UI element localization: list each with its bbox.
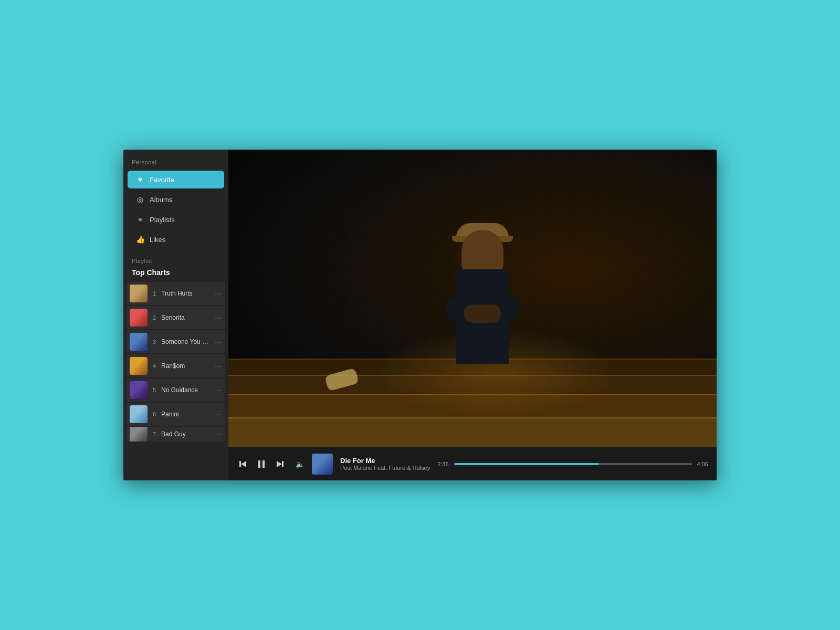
- progress-section: 2:36 4:06: [437, 461, 708, 467]
- track-item-2[interactable]: 2 Senorita ···: [127, 306, 225, 329]
- prev-button[interactable]: [237, 458, 249, 470]
- track-name-5: No Guidance: [161, 386, 209, 394]
- track-more-6[interactable]: ···: [214, 410, 222, 418]
- albums-icon: ◎: [136, 195, 144, 204]
- main-content: 🔈 Die For Me Post Malone Feat. Future & …: [228, 150, 717, 480]
- track-more-2[interactable]: ···: [214, 313, 222, 322]
- svg-marker-4: [277, 461, 282, 467]
- track-number-7: 7: [152, 431, 157, 437]
- video-canvas: [228, 150, 717, 447]
- track-name-1: Truth Hurts: [161, 290, 209, 297]
- sidebar-item-favorite-label: Favorite: [150, 176, 174, 184]
- track-name-7: Bad Guy: [161, 430, 209, 438]
- sidebar-item-favorite[interactable]: ♥ Favorite: [128, 171, 224, 188]
- track-thumb-3: [130, 333, 148, 351]
- current-time: 2:36: [437, 461, 448, 467]
- stair-3: [228, 375, 717, 394]
- track-info: Die For Me Post Malone Feat. Future & Ha…: [340, 457, 430, 471]
- stair-2: [228, 394, 717, 417]
- track-item-1[interactable]: 1 Truth Hurts ···: [127, 282, 225, 305]
- track-more-4[interactable]: ···: [214, 362, 222, 370]
- figure-hands: [464, 304, 501, 323]
- track-item-5[interactable]: 5 No Guidance ···: [127, 379, 225, 402]
- svg-rect-1: [239, 461, 241, 467]
- track-more-1[interactable]: ···: [214, 289, 222, 298]
- next-button[interactable]: [274, 458, 286, 470]
- video-area: [228, 150, 717, 447]
- progress-bar[interactable]: [454, 463, 692, 465]
- track-more-5[interactable]: ···: [214, 386, 222, 394]
- track-thumb-4: [130, 357, 148, 375]
- heart-icon: ♥: [136, 175, 144, 184]
- track-list: 1 Truth Hurts ··· 2 Senorita ··· 3 Someo…: [123, 282, 228, 442]
- playlists-icon: ≡: [136, 215, 144, 224]
- player-controls: [237, 457, 286, 471]
- svg-rect-2: [258, 460, 260, 468]
- total-time: 4:06: [697, 461, 708, 467]
- volume-icon[interactable]: 🔈: [296, 460, 304, 468]
- track-more-7[interactable]: ···: [214, 430, 222, 438]
- track-name-3: Someone You L...: [161, 338, 209, 345]
- sidebar-item-playlists-label: Playlists: [150, 216, 175, 224]
- svg-rect-5: [282, 461, 284, 467]
- now-playing-name: Die For Me: [340, 457, 430, 465]
- track-item-7[interactable]: 7 Bad Guy ···: [127, 427, 225, 442]
- app-window: Personal ♥ Favorite ◎ Albums ≡ Playlists…: [123, 150, 717, 480]
- svg-marker-0: [241, 461, 246, 467]
- figure: [440, 227, 524, 364]
- track-item-4[interactable]: 4 Ran$om ···: [127, 354, 225, 377]
- personal-section-label: Personal: [123, 150, 228, 170]
- sidebar-item-likes-label: Likes: [150, 236, 165, 244]
- now-playing-artist: Post Malone Feat. Future & Halsey: [340, 465, 430, 471]
- svg-rect-3: [262, 460, 265, 468]
- player-bar: 🔈 Die For Me Post Malone Feat. Future & …: [228, 447, 717, 480]
- track-number-5: 5: [152, 387, 157, 393]
- track-number-6: 6: [152, 411, 157, 417]
- track-thumb-7: [130, 427, 148, 442]
- now-playing-art: [312, 454, 333, 475]
- sidebar-item-playlists[interactable]: ≡ Playlists: [128, 211, 224, 228]
- track-number-1: 1: [152, 290, 157, 297]
- track-name-2: Senorita: [161, 314, 209, 321]
- likes-icon: 👍: [136, 235, 144, 244]
- stair-1: [228, 417, 717, 447]
- track-thumb-5: [130, 381, 148, 399]
- app-main: Personal ♥ Favorite ◎ Albums ≡ Playlists…: [123, 150, 717, 480]
- track-item-6[interactable]: 6 Panini ···: [127, 403, 225, 426]
- track-name-4: Ran$om: [161, 362, 209, 370]
- track-name-6: Panini: [161, 411, 209, 418]
- track-more-3[interactable]: ···: [214, 338, 222, 346]
- playlist-section-label: Playlist: [123, 249, 228, 266]
- track-number-4: 4: [152, 363, 157, 369]
- sidebar-item-albums[interactable]: ◎ Albums: [128, 191, 224, 208]
- pause-button[interactable]: [255, 457, 268, 471]
- sidebar-item-albums-label: Albums: [150, 196, 172, 204]
- track-thumb-6: [130, 405, 148, 423]
- playlist-title: Top Charts: [123, 266, 228, 282]
- sidebar: Personal ♥ Favorite ◎ Albums ≡ Playlists…: [123, 150, 228, 480]
- track-thumb-2: [130, 309, 148, 327]
- sidebar-item-likes[interactable]: 👍 Likes: [128, 230, 224, 248]
- figure-head: [461, 230, 503, 275]
- track-thumb-1: [130, 285, 148, 302]
- progress-fill: [454, 463, 599, 465]
- track-item-3[interactable]: 3 Someone You L... ···: [127, 330, 225, 353]
- track-number-3: 3: [152, 339, 157, 345]
- track-number-2: 2: [152, 314, 157, 321]
